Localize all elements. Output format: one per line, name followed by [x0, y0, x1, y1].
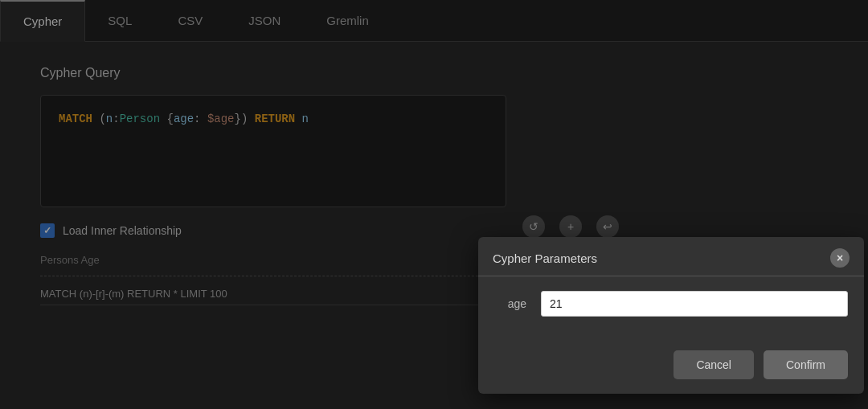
- dialog-body: age: [478, 276, 864, 347]
- dialog-close-button[interactable]: ×: [830, 248, 850, 268]
- param-row: age: [494, 291, 848, 317]
- cancel-button[interactable]: Cancel: [674, 350, 754, 379]
- cypher-parameters-dialog: Cypher Parameters × age Cancel Confirm: [478, 237, 864, 394]
- confirm-button[interactable]: Confirm: [764, 350, 848, 379]
- dialog-title: Cypher Parameters: [493, 252, 597, 265]
- param-label: age: [494, 297, 526, 310]
- param-value-input[interactable]: [541, 291, 848, 317]
- dialog-footer: Cancel Confirm: [478, 347, 864, 394]
- dialog-header: Cypher Parameters ×: [478, 237, 864, 276]
